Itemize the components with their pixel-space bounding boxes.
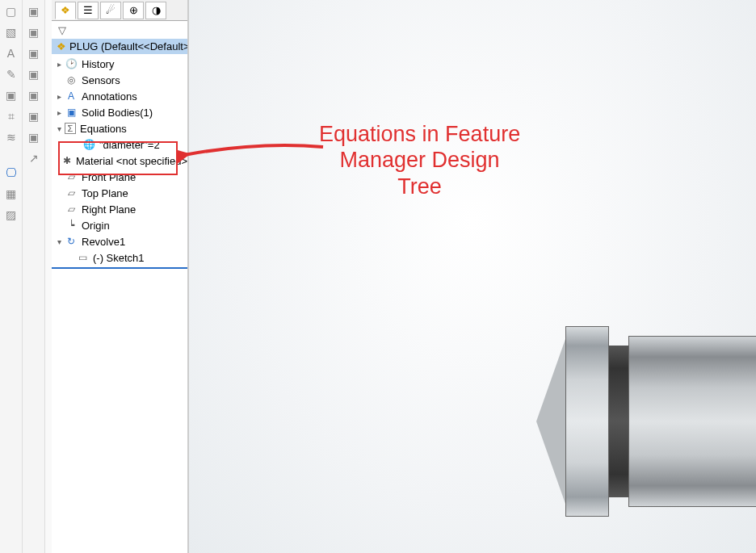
globe-icon: 🌐 <box>82 138 95 151</box>
tab-configuration-manager[interactable]: ☄ <box>100 2 121 19</box>
sensors-icon: ◎ <box>65 73 78 86</box>
expander[interactable]: ▾ <box>55 237 63 246</box>
expander[interactable]: ▸ <box>55 60 63 69</box>
tree-label: Solid Bodies(1) <box>82 107 153 119</box>
tree-label: History <box>82 58 114 70</box>
graphics-viewport[interactable] <box>189 0 756 553</box>
filter-row: ▽ <box>52 21 187 39</box>
tree-label: Sensors <box>82 74 120 86</box>
tab-dimxpert[interactable]: ⊕ <box>123 2 144 19</box>
part-header[interactable]: ❖ PLUG (Default<<Default>_D <box>52 39 187 54</box>
equations-icon: Σ <box>65 123 76 134</box>
tree-item-right-plane[interactable]: ▱ Right Plane <box>52 201 187 217</box>
tool-icon[interactable]: ✎ <box>2 65 20 83</box>
tree-label: (-) Sketch1 <box>93 252 145 264</box>
view-icon[interactable]: ▦ <box>2 185 20 203</box>
cube-icon[interactable]: ▣ <box>25 44 43 62</box>
tree-item-equation-value[interactable]: 🌐 "diameter"=2 <box>52 136 187 153</box>
tree-label: Material <not specified> <box>76 155 187 167</box>
tree-item-material[interactable]: ✱ Material <not specified> <box>52 153 187 169</box>
feature-manager-panel: ❖ ☰ ☄ ⊕ ◑ ▽ ❖ PLUG (Default<<Default>_D … <box>52 0 189 553</box>
tree-item-solid-bodies[interactable]: ▸ ▣ Solid Bodies(1) <box>52 104 187 120</box>
tool-icon[interactable]: ⌗ <box>2 107 20 125</box>
tree-item-sketch[interactable]: ▭ (-) Sketch1 <box>52 249 187 266</box>
display-icon[interactable]: 🖵 <box>2 164 20 182</box>
cube-icon[interactable]: ▣ <box>25 65 43 83</box>
cube-icon[interactable]: ▣ <box>25 23 43 41</box>
tool-icon[interactable]: ≋ <box>2 128 20 146</box>
tree-item-origin[interactable]: ┕ Origin <box>52 217 187 233</box>
filter-icon[interactable]: ▽ <box>58 24 66 36</box>
tab-property-manager[interactable]: ☰ <box>78 2 99 19</box>
tree-label: Revolve1 <box>82 236 125 248</box>
part-icon: ❖ <box>57 40 66 52</box>
annotation-callout: Equations in Feature Manager Design Tree <box>319 121 520 199</box>
tree-item-equations[interactable]: ▾ Σ Equations <box>52 120 187 136</box>
model-3d <box>528 307 756 541</box>
tree-item-front-plane[interactable]: ▱ Front Plane <box>52 169 187 185</box>
origin-icon: ┕ <box>65 219 78 232</box>
plane-icon: ▱ <box>65 170 78 183</box>
tree-label: Origin <box>82 220 110 232</box>
tree-item-sensors[interactable]: ◎ Sensors <box>52 72 187 88</box>
expander[interactable]: ▾ <box>55 124 63 133</box>
plane-icon: ▱ <box>65 203 78 216</box>
vertical-toolbar-1: ▢ ▧ A ✎ ▣ ⌗ ≋ 🖵 ▦ ▨ <box>0 0 23 553</box>
arrow-icon[interactable]: ↗ <box>25 149 43 167</box>
cube-icon[interactable]: ▣ <box>25 2 43 20</box>
part-label: PLUG (Default<<Default>_D <box>69 40 187 52</box>
model-groove <box>609 346 628 497</box>
feature-tree: ▸ 🕑 History ◎ Sensors ▸ A Annotations ▸ … <box>52 54 187 272</box>
tree-label: Right Plane <box>82 203 136 216</box>
history-icon: 🕑 <box>65 57 78 70</box>
revolve-icon: ↻ <box>65 235 78 248</box>
callout-line: Tree <box>319 174 520 199</box>
callout-line: Manager Design <box>319 147 520 173</box>
cube-icon[interactable]: ▣ <box>25 107 43 125</box>
annotations-icon: A <box>65 90 78 103</box>
tree-item-history[interactable]: ▸ 🕑 History <box>52 56 187 72</box>
tree-item-annotations[interactable]: ▸ A Annotations <box>52 88 187 104</box>
cube-icon[interactable]: ▣ <box>25 128 43 146</box>
tree-label: Top Plane <box>82 187 128 199</box>
tool-icon[interactable]: A <box>2 44 20 62</box>
expander[interactable]: ▸ <box>55 108 63 117</box>
panel-tabs: ❖ ☰ ☄ ⊕ ◑ <box>52 0 187 21</box>
solid-bodies-icon: ▣ <box>65 106 78 119</box>
tool-icon[interactable]: ▧ <box>2 23 20 41</box>
model-collar <box>565 326 609 517</box>
cube-icon[interactable]: ▣ <box>25 86 43 104</box>
model-shaft <box>628 336 756 507</box>
sketch-icon: ▭ <box>76 251 89 264</box>
tool-icon[interactable]: ▢ <box>2 2 20 20</box>
tree-label: Equations <box>80 123 127 135</box>
material-icon: ✱ <box>62 154 72 167</box>
tab-display-manager[interactable]: ◑ <box>145 2 166 19</box>
tree-end-marker <box>52 267 187 269</box>
tree-label: "diameter"=2 <box>99 139 160 151</box>
tree-item-revolve[interactable]: ▾ ↻ Revolve1 <box>52 233 187 249</box>
tool-icon[interactable]: ▣ <box>2 86 20 104</box>
tree-label: Annotations <box>82 90 137 103</box>
callout-line: Equations in Feature <box>319 121 520 147</box>
vertical-toolbar-2: ▣ ▣ ▣ ▣ ▣ ▣ ▣ ↗ <box>23 0 45 553</box>
tree-label: Front Plane <box>82 171 136 183</box>
tree-item-top-plane[interactable]: ▱ Top Plane <box>52 185 187 201</box>
model-tip <box>536 339 565 504</box>
plane-icon: ▱ <box>65 186 78 199</box>
tab-feature-manager[interactable]: ❖ <box>55 2 76 19</box>
view-icon[interactable]: ▨ <box>2 206 20 224</box>
expander[interactable]: ▸ <box>55 92 63 101</box>
